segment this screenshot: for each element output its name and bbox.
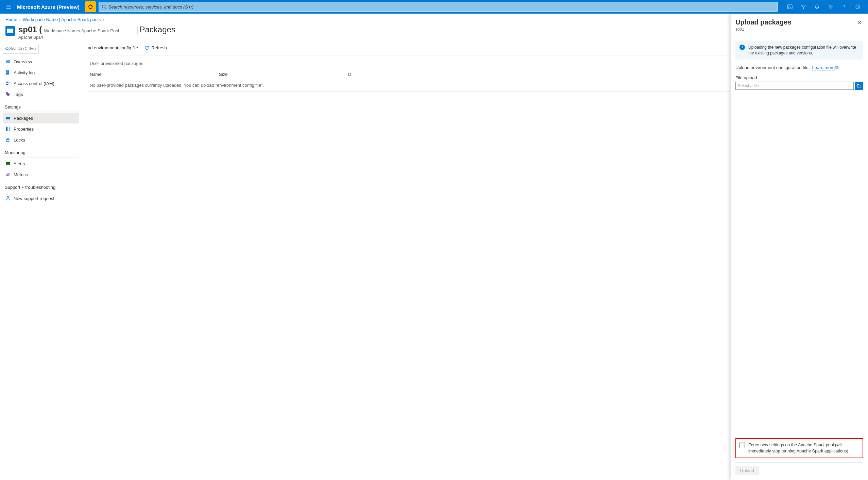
sidebar-item-packages[interactable]: Packages — [3, 113, 79, 123]
sidebar-item-label: Alerts — [14, 161, 25, 166]
browse-file-button[interactable] — [855, 82, 863, 90]
svg-point-6 — [857, 6, 857, 7]
force-settings-area: Force new settings on the Apache Spark p… — [735, 438, 863, 458]
sidebar-item-alerts[interactable]: Alerts — [3, 158, 79, 169]
alerts-icon — [5, 161, 11, 167]
toolbar-label: ad environment config file — [88, 45, 138, 50]
svg-rect-27 — [8, 173, 10, 176]
upload-button[interactable]: Upload — [735, 466, 759, 475]
upload-description: Upload environment configuration file. L… — [735, 65, 863, 70]
svg-point-28 — [7, 197, 9, 198]
settings-icon[interactable] — [824, 0, 837, 14]
svg-point-1 — [102, 5, 105, 8]
svg-point-4 — [844, 8, 845, 9]
search-icon — [5, 47, 9, 51]
sidebar-item-tags[interactable]: Tags — [3, 89, 79, 100]
preview-badge-icon[interactable] — [85, 1, 96, 12]
directory-filter-icon[interactable] — [797, 0, 810, 14]
toolbar-label: Refresh — [151, 45, 167, 50]
feedback-icon[interactable] — [851, 0, 865, 14]
force-settings-label: Force new settings on the Apache Spark p… — [748, 442, 859, 454]
breadcrumb-workspace[interactable]: Workspace Name | Apache Spark pools — [23, 17, 101, 22]
resource-type: Apache Sparl — [18, 35, 119, 40]
file-input[interactable]: Select a file — [735, 82, 854, 90]
force-settings-checkbox[interactable] — [739, 443, 745, 448]
refresh-button[interactable]: Refresh — [144, 45, 167, 50]
resource-name: sp01 ( — [18, 25, 42, 34]
packages-icon — [5, 115, 11, 121]
tags-icon — [5, 91, 11, 97]
topbar-actions — [783, 0, 865, 14]
global-search-input[interactable] — [108, 4, 775, 10]
sidebar-search[interactable] — [3, 44, 38, 53]
page-title: |Packages — [136, 25, 175, 34]
hamburger-menu[interactable] — [3, 1, 14, 12]
svg-rect-10 — [6, 61, 7, 61]
external-link-icon: ⧉ — [835, 65, 838, 70]
col-name[interactable]: Name — [90, 72, 219, 77]
svg-point-15 — [8, 82, 10, 83]
panel-footer: Upload — [735, 462, 863, 475]
folder-icon — [857, 83, 862, 88]
svg-rect-2 — [787, 5, 792, 9]
chevron-right-icon: › — [103, 17, 104, 22]
sidebar-item-overview[interactable]: Overview — [3, 56, 79, 67]
sidebar-group-monitoring: Monitoring — [3, 145, 79, 158]
sidebar-item-metrics[interactable]: Metrics — [3, 169, 79, 180]
svg-rect-18 — [6, 117, 10, 117]
sidebar-item-support-request[interactable]: New support request — [3, 193, 79, 204]
sidebar-item-iam[interactable]: Access control (IAM) — [3, 78, 79, 89]
help-icon[interactable] — [837, 0, 851, 14]
topbar: Microsoft Azure (Preview) — [0, 0, 868, 14]
info-message: i Uploading the new packages configurati… — [735, 41, 863, 60]
overview-icon — [5, 59, 11, 65]
global-search[interactable] — [99, 2, 778, 12]
sidebar-item-label: Locks — [14, 137, 25, 143]
svg-point-14 — [6, 82, 8, 83]
svg-rect-21 — [9, 127, 10, 131]
svg-rect-20 — [7, 127, 8, 131]
support-icon — [5, 195, 11, 201]
breadcrumb-home[interactable]: Home — [5, 17, 17, 22]
sidebar-search-input[interactable] — [9, 46, 36, 51]
svg-point-8 — [6, 47, 8, 50]
svg-rect-12 — [6, 71, 8, 71]
svg-rect-9 — [6, 60, 10, 63]
col-size[interactable]: Size — [219, 72, 348, 77]
sidebar-item-label: Packages — [14, 116, 33, 121]
chevron-right-icon: › — [19, 17, 21, 22]
iam-icon — [5, 80, 11, 86]
upload-packages-panel: Upload packages sp01 ✕ i Uploading the n… — [731, 14, 868, 480]
lock-icon — [5, 137, 11, 143]
svg-rect-26 — [7, 173, 8, 176]
svg-point-5 — [856, 5, 860, 9]
sidebar-group-settings: Settings — [3, 100, 79, 112]
metrics-icon — [5, 171, 11, 178]
sidebar-item-label: Overview — [14, 59, 32, 64]
notifications-icon[interactable] — [810, 0, 824, 14]
sidebar-item-label: New support request — [14, 196, 54, 201]
sidebar-item-label: Metrics — [14, 172, 28, 177]
col-date[interactable]: D — [348, 72, 351, 77]
search-icon — [102, 4, 106, 9]
sidebar-item-label: Tags — [14, 92, 23, 97]
spark-pool-icon — [5, 26, 15, 36]
cloud-shell-icon[interactable] — [783, 0, 797, 14]
svg-rect-25 — [6, 175, 7, 176]
sidebar-item-locks[interactable]: Locks — [3, 134, 79, 145]
brand-label[interactable]: Microsoft Azure (Preview) — [17, 4, 80, 10]
file-upload-label: File upload — [735, 75, 863, 80]
learn-more-link[interactable]: Learn more — [812, 65, 834, 70]
properties-icon — [5, 126, 11, 132]
sidebar: Overview Activity log Access control (IA… — [0, 43, 82, 476]
svg-rect-13 — [6, 72, 8, 72]
sidebar-item-label: Access control (IAM) — [14, 81, 54, 86]
sidebar-item-properties[interactable]: Properties — [3, 123, 79, 134]
upload-config-button[interactable]: ad environment config file — [88, 45, 138, 50]
svg-point-3 — [830, 6, 831, 7]
panel-subtitle: sp01 — [735, 27, 792, 32]
sidebar-group-support: Support + troubleshooting — [3, 180, 79, 192]
sidebar-item-activity[interactable]: Activity log — [3, 67, 79, 78]
close-icon[interactable]: ✕ — [855, 18, 863, 27]
panel-title: Upload packages — [735, 18, 792, 26]
